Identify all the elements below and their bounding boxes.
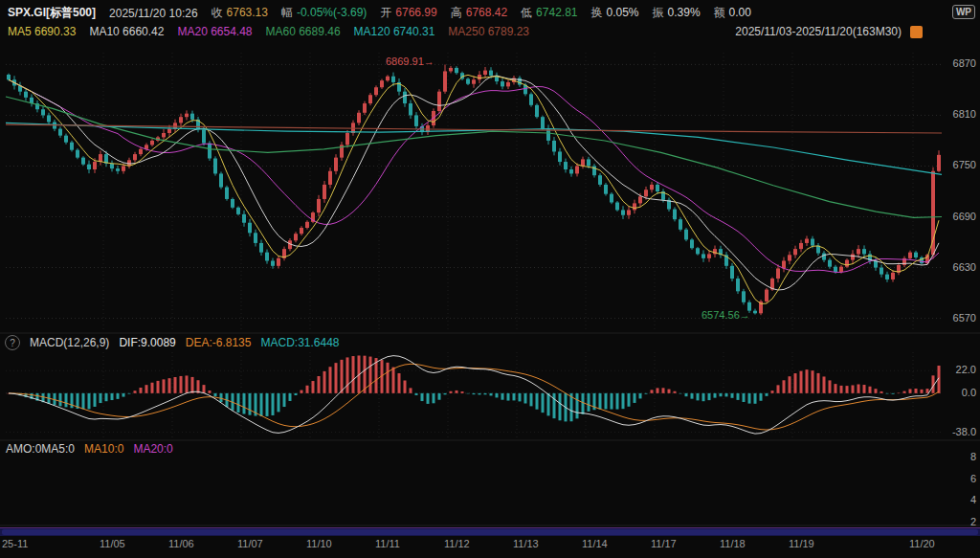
quote-datetime: 2025/11/20 10:26 [109,7,198,20]
symbol-name: SPX.GI[标普500] [8,5,96,21]
x-axis-label: 11/17 [651,538,677,549]
scrollbar-thumb[interactable] [2,529,978,535]
field-value: 6766.99 [395,6,436,19]
x-axis-label: 11/19 [789,538,814,549]
amo-ma10-value: MA10:0 [84,442,123,456]
quote-field-换: 换0.05% [591,5,639,21]
field-label: 额 [714,6,725,19]
quote-field-开: 开6766.99 [380,5,436,21]
quote-field-高: 高6768.42 [451,5,507,21]
x-axis-label: 11/18 [720,538,746,549]
x-axis-label: 25-11 [2,538,28,549]
x-axis-label: 11/20 [909,538,935,549]
x-axis-label: 11/13 [513,538,539,549]
macd-dif-value: DIF:9.0089 [119,336,175,349]
quote-field-振: 振0.39% [653,5,701,21]
x-axis: 25-1111/0511/0611/0711/1011/1111/1211/13… [0,538,980,553]
field-label: 换 [591,6,603,19]
macd-title: MACD(12,26,9) [30,336,109,349]
field-label: 幅 [281,6,293,19]
x-axis-label: 11/06 [168,538,194,549]
ma-legend-item: MA60 6689.46 [266,25,341,38]
amo-header: AMO:0MA5:0 MA10:0 MA20:0 [6,442,173,456]
low-price-annotation: 6574.56→ [702,309,750,321]
field-label: 低 [521,6,532,19]
candlestick-chart[interactable] [0,0,980,558]
quote-field-额: 额0.00 [714,5,751,21]
field-label: 振 [653,6,664,19]
help-icon[interactable]: ? [5,335,20,350]
chart-app: SPX.GI[标普500] 2025/11/20 10:26 收6763.13幅… [0,0,980,558]
date-range: 2025/11/03-2025/11/20(163M30) [735,25,923,38]
macd-macd-value: MACD:31.6448 [260,336,339,349]
amo-value: AMO:0MA5:0 [6,442,75,456]
field-value: 6742.81 [536,6,577,19]
ma-legend-item: MA250 6789.23 [448,25,529,38]
x-axis-label: 11/11 [375,538,400,549]
macd-dea-value: DEA:-6.8135 [186,336,252,349]
chart-scrollbar[interactable] [0,527,980,536]
field-value: -0.05%(-3.69) [297,6,367,19]
indicator-icon[interactable] [910,26,923,38]
quote-field-收: 收6763.13 [212,5,268,21]
x-axis-label: 11/12 [444,538,470,549]
field-label: 收 [212,6,223,19]
x-axis-label: 11/10 [306,538,332,549]
ma-legend-item: MA10 6660.42 [89,25,164,38]
x-axis-label: 11/05 [100,538,125,549]
field-value: 0.39% [668,6,701,19]
quote-header: SPX.GI[标普500] 2025/11/20 10:26 收6763.13幅… [8,5,751,21]
quote-field-幅: 幅-0.05%(-3.69) [281,5,367,21]
high-price-annotation: 6869.91→ [386,56,434,67]
wp-watermark-logo: WP [952,5,975,19]
x-axis-label: 11/14 [582,538,608,549]
ma-legend-item: MA120 6740.31 [354,25,435,38]
field-value: 0.05% [607,6,639,19]
date-range-text: 2025/11/03-2025/11/20(163M30) [735,25,902,38]
field-label: 高 [451,6,462,19]
x-axis-label: 11/07 [237,538,263,549]
macd-header: ? MACD(12,26,9) DIF:9.0089 DEA:-6.8135 M… [5,335,340,350]
ma-legend: MA5 6690.33MA10 6660.42MA20 6654.48MA60 … [8,25,529,38]
field-label: 开 [380,6,391,19]
field-value: 6763.13 [227,6,268,19]
field-value: 0.00 [729,6,751,19]
ma-legend-item: MA5 6690.33 [8,25,76,38]
amo-ma20-value: MA20:0 [133,442,172,456]
quote-field-低: 低6742.81 [521,5,577,21]
ma-legend-item: MA20 6654.48 [177,25,252,38]
field-value: 6768.42 [466,6,507,19]
